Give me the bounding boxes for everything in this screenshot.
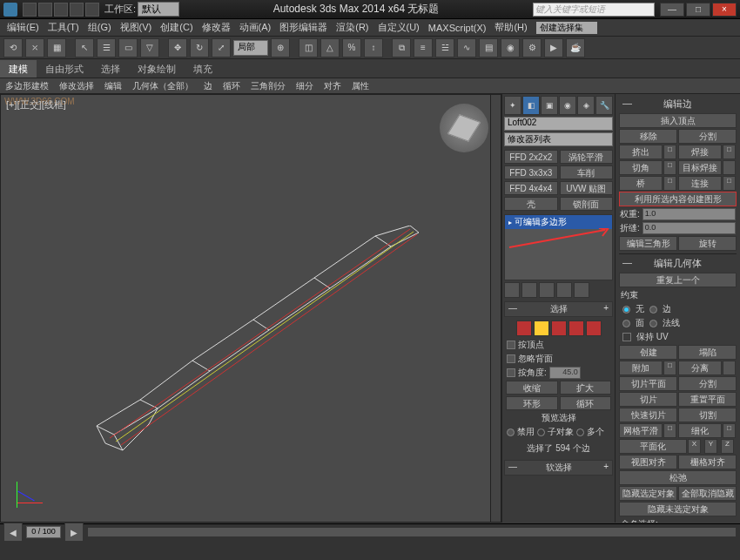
- weld-settings-button[interactable]: □: [723, 145, 736, 159]
- stack-item-epoly[interactable]: ▸ 可编辑多边形: [505, 215, 612, 229]
- msmooth-button[interactable]: 网格平滑: [619, 423, 663, 438]
- tab-utilities-icon[interactable]: 🔧: [595, 96, 613, 115]
- split2-button[interactable]: 分割: [678, 376, 737, 391]
- slice-button[interactable]: 切片: [619, 392, 677, 407]
- timeline-next-icon[interactable]: ▶: [64, 523, 84, 542]
- ribbon-sub-geom[interactable]: 几何体（全部）: [127, 80, 198, 92]
- mod-ffd3x3x3[interactable]: FFD 3x3x3: [504, 165, 558, 179]
- menu-tools[interactable]: 工具(T): [44, 21, 83, 34]
- connect-button[interactable]: 连接: [678, 176, 722, 191]
- attach-button[interactable]: 附加: [619, 361, 663, 375]
- qat-redo-icon[interactable]: [85, 3, 99, 17]
- menu-modifier[interactable]: 修改器: [198, 21, 234, 34]
- time-slider[interactable]: [87, 527, 737, 537]
- angle-spinner[interactable]: 45.0: [549, 367, 581, 379]
- object-name-field[interactable]: Loft002: [504, 117, 613, 131]
- viewport-scrollbar[interactable]: [490, 95, 501, 522]
- tool-rotate-icon[interactable]: ↻: [190, 38, 209, 57]
- preview-subobj-radio[interactable]: [537, 428, 545, 436]
- tool-scale-icon[interactable]: ⤢: [212, 38, 231, 57]
- weight-spinner[interactable]: 1.0: [642, 208, 736, 220]
- stack-remove-icon[interactable]: [556, 282, 572, 298]
- ribbon-sub-loop[interactable]: 循环: [218, 80, 246, 92]
- unhide-all-button[interactable]: 全部取消隐藏: [678, 486, 737, 501]
- reset-plane-button[interactable]: 重置平面: [678, 392, 737, 407]
- tool-render-frame-icon[interactable]: ▶: [544, 38, 563, 57]
- menu-custom[interactable]: 自定义(U): [374, 21, 423, 34]
- chamfer-settings-button[interactable]: □: [663, 160, 676, 175]
- relax-button[interactable]: 松弛: [619, 470, 737, 485]
- frame-field[interactable]: 0 / 100: [26, 526, 61, 538]
- ribbon-sub-props[interactable]: 属性: [346, 80, 374, 92]
- mod-uvwmap[interactable]: UVW 贴图: [560, 181, 614, 195]
- tool-select-name-icon[interactable]: ☰: [97, 38, 116, 57]
- tab-hierarchy-icon[interactable]: ▣: [541, 96, 558, 115]
- cut-button[interactable]: 切割: [678, 408, 737, 422]
- tool-pivot-icon[interactable]: ⊕: [271, 38, 290, 57]
- hide-unsel-button[interactable]: 隐藏未选定对象: [619, 502, 737, 516]
- grow-button[interactable]: 扩大: [560, 381, 612, 395]
- tool-curve-editor-icon[interactable]: ∿: [457, 38, 476, 57]
- preview-off-radio[interactable]: [507, 428, 515, 436]
- split-button[interactable]: 分割: [678, 129, 737, 144]
- subobj-poly-icon[interactable]: [568, 320, 584, 336]
- loop-button[interactable]: 循环: [560, 396, 612, 410]
- timeline-prev-icon[interactable]: ◀: [3, 523, 23, 542]
- selection-rollout-header[interactable]: 选择: [504, 301, 613, 317]
- ribbon-tab-modeling[interactable]: 建模: [0, 60, 37, 78]
- constraint-none-radio[interactable]: [622, 306, 630, 314]
- tool-bind-icon[interactable]: ▦: [47, 38, 66, 57]
- by-vertex-checkbox[interactable]: [507, 341, 515, 349]
- modifier-stack[interactable]: ▸ 可编辑多边形: [504, 214, 613, 280]
- modifier-list-dropdown[interactable]: 修改器列表: [504, 132, 613, 146]
- qat-undo-icon[interactable]: [70, 3, 84, 17]
- mod-shell[interactable]: 壳: [504, 197, 558, 211]
- preview-multi-radio[interactable]: [576, 428, 584, 436]
- tab-modify-icon[interactable]: ◧: [522, 96, 540, 115]
- constraint-face-radio[interactable]: [622, 320, 630, 327]
- grid-align-button[interactable]: 栅格对齐: [678, 455, 737, 469]
- bridge-button[interactable]: 桥: [619, 176, 663, 191]
- menu-help[interactable]: 帮助(H): [491, 21, 530, 34]
- ribbon-sub-polymodel[interactable]: 多边形建模: [0, 80, 54, 92]
- menu-view[interactable]: 视图(V): [117, 21, 156, 34]
- crease-spinner[interactable]: 0.0: [642, 222, 736, 234]
- qat-open-icon[interactable]: [38, 3, 52, 17]
- tool-render-icon[interactable]: ☕: [566, 38, 585, 57]
- slice-plane-button[interactable]: 切片平面: [619, 376, 677, 391]
- stack-pin-icon[interactable]: [504, 282, 520, 298]
- qat-new-icon[interactable]: [23, 3, 37, 17]
- maximize-button[interactable]: □: [686, 3, 710, 17]
- create-selset-dropdown[interactable]: 创建选择集: [536, 22, 597, 34]
- tessellate-button[interactable]: 细化: [678, 423, 722, 438]
- tool-filter-icon[interactable]: ▽: [140, 38, 159, 57]
- mod-lock[interactable]: 锁剖面: [560, 197, 614, 211]
- close-button[interactable]: ×: [712, 3, 737, 17]
- tool-angle-snap-icon[interactable]: △: [320, 38, 340, 57]
- subobj-border-icon[interactable]: [551, 320, 567, 336]
- extrude-settings-button[interactable]: □: [663, 145, 676, 159]
- make-planar-button[interactable]: 平面化: [619, 439, 687, 454]
- attach-settings-button[interactable]: □: [663, 361, 676, 375]
- msmooth-settings-button[interactable]: □: [663, 423, 676, 438]
- subobj-element-icon[interactable]: [586, 320, 602, 336]
- planar-z-button[interactable]: Z: [721, 439, 734, 454]
- planar-x-button[interactable]: X: [688, 439, 701, 454]
- mod-lathe[interactable]: 车削: [560, 165, 614, 179]
- tab-create-icon[interactable]: ✦: [504, 96, 521, 115]
- tess-settings-button[interactable]: □: [723, 423, 736, 438]
- menu-maxscript[interactable]: MAXScript(X): [425, 23, 490, 33]
- menu-animation[interactable]: 动画(A): [236, 21, 275, 34]
- viewcube[interactable]: [440, 104, 488, 152]
- edit-edges-header[interactable]: 编辑边: [617, 96, 738, 112]
- tw-settings-button[interactable]: [723, 160, 736, 175]
- app-logo[interactable]: [3, 3, 17, 17]
- target-weld-button[interactable]: 目标焊接: [678, 160, 722, 175]
- remove-button[interactable]: 移除: [619, 129, 677, 144]
- chamfer-button[interactable]: 切角: [619, 160, 663, 175]
- by-angle-checkbox[interactable]: [507, 368, 515, 377]
- tool-unlink-icon[interactable]: ⤫: [25, 38, 44, 57]
- preserve-uv-checkbox[interactable]: [622, 333, 631, 341]
- ring-button[interactable]: 环形: [506, 396, 558, 410]
- stack-config-icon[interactable]: [574, 282, 589, 298]
